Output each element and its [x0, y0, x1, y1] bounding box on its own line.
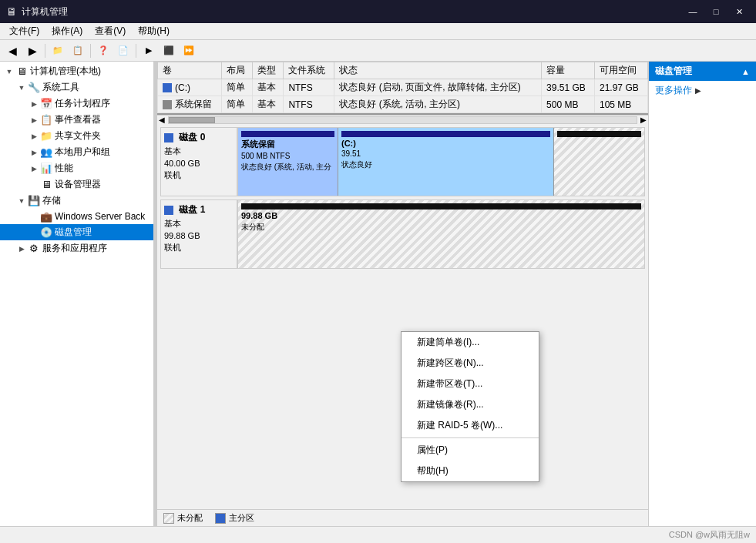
ctx-item-new-mirror[interactable]: 新建镜像卷(R)... [402, 394, 539, 415]
sidebar-item-services-apps[interactable]: ▶ ⚙ 服务和应用程序 [0, 240, 153, 256]
expand-storage[interactable]: ▼ [15, 195, 28, 207]
title-bar: 🖥 计算机管理 — □ ✕ [0, 0, 756, 23]
legend-unallocated-box [163, 513, 174, 524]
col-type[interactable]: 类型 [253, 62, 284, 79]
disk1-type: 基本 [164, 218, 234, 230]
horizontal-scrollbar[interactable]: ◀ ▶ [157, 115, 648, 124]
expand-shared[interactable]: ▶ [28, 130, 40, 142]
device-label: 设备管理器 [55, 178, 101, 191]
c-label: (C:) [341, 139, 550, 148]
actions-panel: 磁盘管理 ▲ 更多操作 ▶ [648, 62, 756, 526]
table-row[interactable]: (C:) 简单 基本 NTFS 状态良好 (启动, 页面文件, 故障转储, 主分… [158, 79, 648, 96]
scroll-track[interactable] [168, 116, 637, 124]
legend-unallocated: 未分配 [163, 512, 203, 524]
sidebar-item-storage[interactable]: ▼ 💾 存储 [0, 193, 153, 209]
perf-icon: 📊 [40, 163, 52, 175]
sidebar-item-performance[interactable]: ▶ 📊 性能 [0, 160, 153, 176]
maximize-button[interactable]: □ [705, 4, 727, 19]
sidebar-item-event-viewer[interactable]: ▶ 📋 事件查看器 [0, 112, 153, 128]
col-fs[interactable]: 文件系统 [284, 62, 334, 79]
toolbar-btn-1[interactable]: 📁 [49, 42, 67, 59]
toolbar-sep-1 [45, 44, 45, 58]
expand-event[interactable]: ▶ [28, 114, 40, 126]
volumes-table: 卷 布局 类型 文件系统 状态 容量 可用空间 (C:) 简单 基本 NTFS [157, 62, 648, 113]
disk0-unalloc-bar [557, 131, 641, 137]
ctx-item-new-stripe[interactable]: 新建带区卷(T)... [402, 374, 539, 394]
disk0-partition-unalloc[interactable] [554, 128, 644, 196]
toolbar-btn-4[interactable]: 📄 [114, 42, 133, 59]
disk0-size: 40.00 GB [164, 159, 234, 168]
menu-item-v[interactable]: 查看(V) [89, 23, 132, 39]
cell-status: 状态良好 (系统, 活动, 主分区) [334, 96, 542, 113]
scroll-right-btn[interactable]: ▶ [639, 116, 648, 124]
context-menu: 新建简单卷(I)...新建跨区卷(N)...新建带区卷(T)...新建镜像卷(R… [401, 331, 539, 482]
main-layout: ▼ 🖥 计算机管理(本地) ▼ 🔧 系统工具 ▶ 📅 任务计划程序 ▶ 📋 事件… [0, 62, 756, 526]
toolbar-btn-3[interactable]: ❓ [94, 42, 113, 59]
ctx-item-new-span[interactable]: 新建跨区卷(N)... [402, 353, 539, 374]
ctx-item-new-raid5[interactable]: 新建 RAID-5 卷(W)... [402, 415, 539, 436]
cell-name: 系统保留 [158, 96, 222, 113]
sidebar-item-device-manager[interactable]: 🖥 设备管理器 [0, 176, 153, 193]
expand-users[interactable]: ▶ [28, 146, 40, 159]
cell-capacity: 500 MB [542, 96, 595, 113]
toolbar-btn-7[interactable]: ⏩ [180, 42, 198, 59]
ctx-item-help[interactable]: 帮助(H) [402, 461, 539, 481]
ctx-item-new-simple[interactable]: 新建简单卷(I)... [402, 332, 539, 353]
col-layout[interactable]: 布局 [222, 62, 253, 79]
ctx-item-properties[interactable]: 属性(P) [402, 440, 539, 461]
cell-fs: NTFS [284, 79, 334, 96]
expand-services[interactable]: ▶ [15, 243, 28, 255]
actions-title: 磁盘管理 [655, 65, 692, 78]
expand-root[interactable]: ▼ [3, 65, 15, 78]
cell-free: 21.97 GB [595, 79, 648, 96]
expand-task[interactable]: ▶ [28, 98, 40, 110]
sidebar-item-task-scheduler[interactable]: ▶ 📅 任务计划程序 [0, 96, 153, 112]
close-button[interactable]: ✕ [728, 4, 750, 19]
menu-item-f[interactable]: 文件(F) [3, 23, 45, 39]
sidebar-item-windows-server-back[interactable]: 💼 Windows Server Back [0, 209, 153, 224]
disk0-c-bar [341, 131, 550, 137]
wsb-icon: 💼 [40, 210, 52, 223]
toolbar-btn-2[interactable]: 📋 [69, 42, 87, 59]
sidebar-item-root[interactable]: ▼ 🖥 计算机管理(本地) [0, 63, 153, 79]
storage-label: 存储 [42, 194, 61, 207]
scroll-left-btn[interactable]: ◀ [157, 116, 166, 124]
actions-more[interactable]: 更多操作 ▶ [649, 81, 756, 100]
toolbar-btn-5[interactable]: ▶ [139, 42, 158, 59]
expand-system-tools[interactable]: ▼ [15, 82, 28, 94]
perf-label: 性能 [55, 162, 73, 175]
disk1-info: 磁盘 1 基本 99.88 GB 联机 [160, 199, 237, 269]
legend-unallocated-label: 未分配 [177, 512, 203, 524]
menu-item-a[interactable]: 操作(A) [45, 23, 89, 39]
col-capacity[interactable]: 容量 [542, 62, 595, 79]
sidebar-item-disk-management[interactable]: 💿 磁盘管理 [0, 224, 153, 240]
app-title: 计算机管理 [22, 5, 68, 18]
disk0-partition-system[interactable]: 系统保留 500 MB NTFS 状态良好 (系统, 活动, 主分 [238, 128, 338, 196]
disk1-size: 99.88 GB [164, 231, 234, 240]
col-vol[interactable]: 卷 [158, 62, 222, 79]
app-icon: 🖥 [6, 5, 17, 18]
scroll-thumb[interactable] [169, 117, 215, 123]
sidebar-item-shared-folders[interactable]: ▶ 📁 共享文件夹 [0, 128, 153, 144]
sidebar-item-system-tools[interactable]: ▼ 🔧 系统工具 [0, 79, 153, 96]
legend-bar: 未分配 主分区 [157, 509, 648, 526]
toolbar-back-btn[interactable]: ◀ [3, 42, 22, 59]
disk0-status: 联机 [164, 169, 234, 181]
sidebar-item-local-users[interactable]: ▶ 👥 本地用户和组 [0, 144, 153, 160]
disk0-partition-c[interactable]: (C:) 39.51 状态良好 [338, 128, 554, 196]
col-free[interactable]: 可用空间 [595, 62, 648, 79]
system-tools-icon: 🔧 [28, 82, 40, 94]
minimize-button[interactable]: — [682, 4, 704, 19]
toolbar-btn-6[interactable]: ⬛ [160, 42, 178, 59]
menu-item-h[interactable]: 帮助(H) [132, 23, 176, 39]
col-status[interactable]: 状态 [334, 62, 542, 79]
expand-perf[interactable]: ▶ [28, 163, 40, 175]
table-row[interactable]: 系统保留 简单 基本 NTFS 状态良好 (系统, 活动, 主分区) 500 M… [158, 96, 648, 113]
legend-primary-label: 主分区 [229, 512, 254, 524]
c-status: 状态良好 [341, 159, 550, 170]
disk1-status: 联机 [164, 242, 234, 253]
toolbar-forward-btn[interactable]: ▶ [23, 42, 42, 59]
c-size: 39.51 [341, 149, 550, 158]
disk1-partition-unalloc[interactable]: 99.88 GB 未分配 [238, 200, 644, 268]
actions-sort-icon: ▲ [741, 67, 750, 76]
